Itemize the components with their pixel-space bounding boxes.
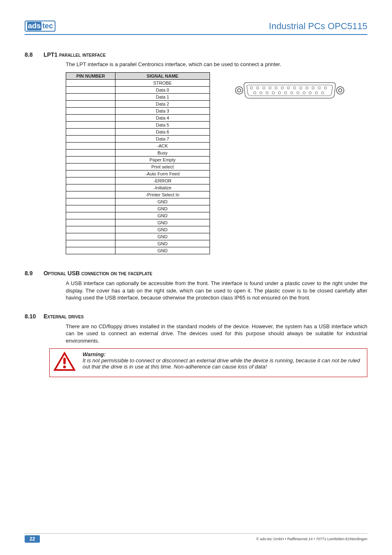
heading-cap: O	[44, 270, 48, 276]
pin-cell	[66, 108, 115, 115]
signal-cell: Data 5	[115, 122, 210, 129]
svg-point-7	[269, 87, 271, 89]
table-row: GND	[66, 247, 210, 254]
pin-cell	[66, 101, 115, 108]
table-row: GND	[66, 240, 210, 247]
svg-point-6	[263, 87, 265, 89]
signal-cell: Data 1	[115, 94, 210, 101]
svg-point-13	[306, 87, 308, 89]
heading-bold: LPT1	[44, 51, 58, 58]
table-row: Busy	[66, 150, 210, 157]
table-row: Data 4	[66, 115, 210, 122]
signal-cell: Data 0	[115, 87, 210, 94]
pin-cell	[66, 150, 115, 157]
pin-cell	[66, 170, 115, 177]
signal-cell: GND	[115, 219, 210, 226]
signal-cell: Busy	[115, 150, 210, 157]
signal-cell: GND	[115, 226, 210, 233]
svg-point-11	[293, 87, 296, 89]
pin-cell	[66, 240, 115, 247]
svg-point-12	[300, 87, 302, 89]
pin-cell	[66, 157, 115, 164]
table-row: GND	[66, 219, 210, 226]
svg-point-19	[266, 92, 268, 94]
section-number: 8.9	[25, 270, 42, 276]
svg-point-0	[235, 87, 243, 94]
pin-cell	[66, 129, 115, 136]
page-header: ads tec Industrial PCs OPC5115	[25, 21, 367, 35]
signal-cell: Paper Empty	[115, 157, 210, 164]
warning-icon	[52, 350, 77, 373]
signal-cell: Data 3	[115, 108, 210, 115]
table-row: -Auto Form Feed	[66, 170, 210, 177]
signal-cell: -Initialize	[115, 184, 210, 191]
table-row: GND	[66, 205, 210, 212]
pin-cell	[66, 87, 115, 94]
signal-cell: GND	[115, 198, 210, 205]
pin-cell	[66, 136, 115, 143]
connector-icon	[234, 80, 345, 101]
warning-box: Warning: It is not permissible to connec…	[49, 348, 367, 377]
pin-header: PIN NUMBER	[66, 73, 115, 80]
logo: ads tec	[25, 21, 55, 32]
signal-header: SIGNAL NAME	[115, 73, 210, 80]
svg-point-22	[284, 92, 287, 94]
signal-cell: Data 2	[115, 101, 210, 108]
signal-cell: Data 4	[115, 115, 210, 122]
table-row: -Initialize	[66, 184, 210, 191]
svg-point-1	[238, 89, 241, 92]
table-row: -Printer Select In	[66, 191, 210, 198]
signal-cell: STROBE	[115, 80, 210, 87]
table-row: STROBE	[66, 80, 210, 87]
svg-point-27	[315, 92, 318, 94]
table-row: -ACK	[66, 143, 210, 150]
svg-point-24	[297, 92, 299, 94]
svg-point-9	[281, 87, 284, 89]
svg-point-20	[272, 92, 274, 94]
pin-cell	[66, 184, 115, 191]
heading-smallcaps: parallel interface	[58, 51, 106, 58]
svg-point-16	[324, 87, 327, 89]
table-row: Data 5	[66, 122, 210, 129]
section-8-10-body: There are no CD/floppy drives installed …	[66, 323, 367, 345]
svg-point-14	[312, 87, 314, 89]
svg-point-3	[339, 89, 342, 92]
heading-cap: E	[44, 313, 47, 320]
svg-point-8	[275, 87, 277, 89]
signal-cell: Data 6	[115, 129, 210, 136]
svg-point-17	[254, 92, 256, 94]
section-8-10-heading: 8.10 External drives	[25, 313, 367, 320]
pin-cell	[66, 233, 115, 240]
pin-cell	[66, 122, 115, 129]
signal-cell: Data 7	[115, 136, 210, 143]
svg-point-21	[278, 92, 281, 94]
signal-cell: GND	[115, 212, 210, 219]
signal-cell: GND	[115, 233, 210, 240]
heading-usb: USB	[68, 270, 80, 276]
pin-cell	[66, 212, 115, 219]
page-number: 22	[25, 535, 40, 543]
table-row: Data 3	[66, 108, 210, 115]
svg-point-10	[287, 87, 290, 89]
section-number: 8.8	[25, 51, 42, 58]
signal-cell: GND	[115, 205, 210, 212]
logo-text-right: tec	[42, 22, 53, 30]
document-title: Industrial PCs OPC5115	[269, 21, 367, 32]
logo-text-left: ads	[27, 22, 42, 30]
page-footer: 22 © ads-tec GmbH • Raiffeisenstr.14 • 7…	[25, 533, 367, 543]
copyright-text: © ads-tec GmbH • Raiffeisenstr.14 • 7077…	[256, 537, 367, 541]
svg-point-2	[337, 87, 344, 94]
pin-cell	[66, 94, 115, 101]
table-row: GND	[66, 198, 210, 205]
signal-cell: -Printer Select In	[115, 191, 210, 198]
pin-cell	[66, 205, 115, 212]
pin-cell	[66, 115, 115, 122]
heading-rest2: connection on the faceplate	[80, 270, 152, 276]
svg-point-26	[309, 92, 311, 94]
table-row: GND	[66, 226, 210, 233]
svg-point-30	[63, 366, 66, 368]
pin-cell	[66, 164, 115, 170]
svg-point-23	[291, 92, 293, 94]
svg-point-4	[250, 87, 253, 89]
pin-cell	[66, 143, 115, 150]
